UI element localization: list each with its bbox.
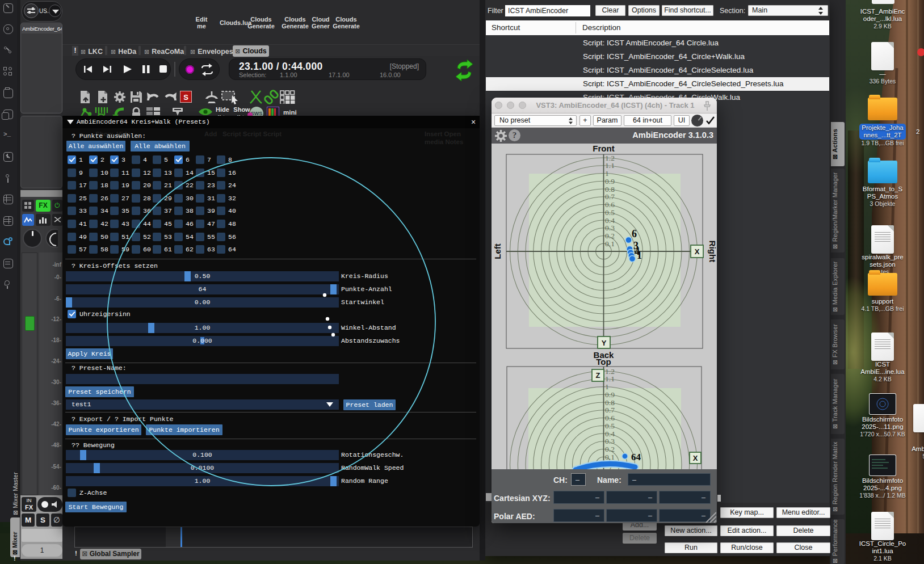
svg-text:Left: Left	[493, 243, 502, 259]
svg-text:Front: Front	[593, 144, 614, 153]
svg-text:0.7: 0.7	[605, 406, 615, 414]
svg-text:6: 6	[632, 228, 637, 239]
svg-text:0.9: 0.9	[605, 177, 615, 186]
svg-text:0.3: 0.3	[605, 437, 615, 445]
svg-text:X: X	[693, 454, 698, 462]
svg-text:0.8: 0.8	[605, 398, 615, 407]
svg-text:Top: Top	[596, 357, 611, 367]
svg-text:Y: Y	[602, 339, 607, 347]
svg-text:0.8: 0.8	[605, 185, 615, 193]
svg-text:0.1: 0.1	[605, 453, 615, 461]
svg-text:0.5: 0.5	[605, 208, 615, 217]
svg-text:1.2: 1.2	[605, 367, 615, 376]
svg-text:1.1: 1.1	[605, 374, 615, 383]
svg-text:0.9: 0.9	[605, 390, 615, 399]
svg-text:0.6: 0.6	[605, 414, 615, 422]
svg-text:1: 1	[637, 250, 642, 261]
svg-text:0.7: 0.7	[605, 192, 615, 201]
svg-text:1.2: 1.2	[605, 154, 615, 162]
svg-text:0.2: 0.2	[605, 232, 615, 240]
svg-text:64: 64	[631, 452, 641, 462]
svg-text:0.6: 0.6	[605, 200, 615, 209]
svg-text:0.3: 0.3	[605, 224, 615, 232]
svg-text:0.4: 0.4	[605, 430, 615, 438]
svg-text:0.4: 0.4	[605, 216, 615, 225]
svg-text:Z: Z	[596, 371, 600, 380]
svg-text:X: X	[695, 247, 700, 256]
svg-text:0.2: 0.2	[605, 445, 615, 453]
svg-text:1: 1	[605, 382, 609, 391]
svg-text:Right: Right	[708, 241, 717, 262]
svg-text:0.1: 0.1	[605, 239, 615, 248]
svg-text:0.5: 0.5	[605, 422, 615, 430]
svg-text:1.1: 1.1	[605, 161, 615, 170]
svg-text:1: 1	[605, 169, 609, 178]
